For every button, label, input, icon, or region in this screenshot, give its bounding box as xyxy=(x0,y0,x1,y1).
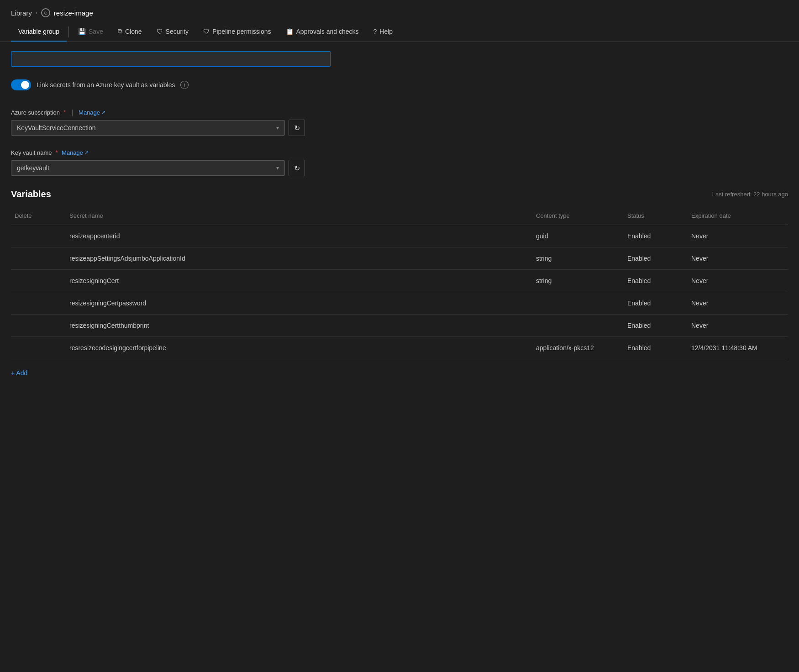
chevron-down-icon: ▾ xyxy=(276,125,279,131)
cell-secret-name-3: resizesigningCertpassword xyxy=(66,298,532,309)
cell-expiration-3: Never xyxy=(688,298,788,309)
cell-delete-1 xyxy=(11,257,66,260)
key-vault-required: * xyxy=(56,149,58,156)
col-header-secret-name: Secret name xyxy=(66,210,532,221)
key-vault-manage-link[interactable]: Manage ↗ xyxy=(62,149,89,156)
breadcrumb-current-page: resize-image xyxy=(54,9,93,17)
cell-delete-4 xyxy=(11,324,66,327)
azure-subscription-select[interactable]: KeyVaultServiceConnection ▾ xyxy=(11,120,285,136)
save-icon: 💾 xyxy=(78,28,86,35)
pipeline-permissions-label: Pipeline permissions xyxy=(212,28,271,35)
variables-header: Variables Last refreshed: 22 hours ago xyxy=(11,189,788,200)
external-link-icon: ↗ xyxy=(101,110,105,116)
tab-variable-group[interactable]: Variable group xyxy=(11,22,67,42)
separator: | xyxy=(71,109,73,116)
tab-pipeline-permissions[interactable]: 🛡 Pipeline permissions xyxy=(196,22,278,42)
add-variable-button[interactable]: + Add xyxy=(11,365,27,381)
azure-subscription-required: * xyxy=(63,109,66,116)
breadcrumb: Library › ⊙ resize-image xyxy=(0,0,799,22)
cell-status-5: Enabled xyxy=(624,342,688,353)
azure-subscription-value: KeyVaultServiceConnection xyxy=(17,124,96,131)
toolbar-divider-1 xyxy=(68,26,69,37)
search-bar-row xyxy=(11,51,788,67)
cell-secret-name-4: resizesigningCertthumbprint xyxy=(66,320,532,331)
azure-subscription-label: Azure subscription xyxy=(11,109,60,116)
library-icon: ⊙ xyxy=(41,8,50,17)
cell-content-type-5: application/x-pkcs12 xyxy=(532,342,624,353)
cell-expiration-1: Never xyxy=(688,253,788,264)
cell-content-type-4 xyxy=(532,324,624,327)
key-vault-chevron-down-icon: ▾ xyxy=(276,165,279,171)
cell-content-type-2: string xyxy=(532,275,624,286)
key-vault-value: getkeyvault xyxy=(17,164,49,172)
key-vault-refresh-button[interactable]: ↻ xyxy=(289,160,305,176)
table-row: resizeappcenterid guid Enabled Never xyxy=(11,225,788,247)
azure-subscription-manage-link[interactable]: Manage ↗ xyxy=(79,109,105,116)
variable-group-label: Variable group xyxy=(18,28,59,35)
col-header-delete: Delete xyxy=(11,210,66,221)
col-header-content-type: Content type xyxy=(532,210,624,221)
cell-secret-name-2: resizesigningCert xyxy=(66,275,532,286)
clone-icon: ⧉ xyxy=(118,27,122,35)
cell-delete-2 xyxy=(11,279,66,283)
cell-secret-name-1: resizeappSettingsAdsjumboApplicationId xyxy=(66,253,532,264)
key-vault-external-link-icon: ↗ xyxy=(84,150,89,156)
azure-subscription-label-row: Azure subscription * | Manage ↗ xyxy=(11,109,788,116)
cell-content-type-0: guid xyxy=(532,231,624,242)
variables-table: Delete Secret name Content type Status E… xyxy=(11,207,788,359)
cell-status-4: Enabled xyxy=(624,320,688,331)
security-label: Security xyxy=(166,28,189,35)
tab-help[interactable]: ? Help xyxy=(366,22,400,42)
info-icon[interactable]: i xyxy=(180,81,189,89)
cell-expiration-4: Never xyxy=(688,320,788,331)
table-header: Delete Secret name Content type Status E… xyxy=(11,207,788,225)
cell-status-2: Enabled xyxy=(624,275,688,286)
add-label: + Add xyxy=(11,369,27,377)
key-vault-label: Key vault name xyxy=(11,149,52,156)
cell-secret-name-5: resresizecodesigingcertforpipeline xyxy=(66,342,532,353)
cell-delete-0 xyxy=(11,234,66,238)
cell-secret-name-0: resizeappcenterid xyxy=(66,231,532,242)
azure-subscription-refresh-button[interactable]: ↻ xyxy=(289,120,305,136)
last-refreshed: Last refreshed: 22 hours ago xyxy=(712,191,788,198)
breadcrumb-separator: › xyxy=(36,10,37,16)
col-header-status: Status xyxy=(624,210,688,221)
help-icon: ? xyxy=(373,28,377,35)
save-label: Save xyxy=(89,28,103,35)
key-vault-label-row: Key vault name * Manage ↗ xyxy=(11,149,788,156)
cell-status-3: Enabled xyxy=(624,298,688,309)
col-header-expiration-date: Expiration date xyxy=(688,210,788,221)
azure-subscription-section: Azure subscription * | Manage ↗ KeyVault… xyxy=(11,109,788,136)
approvals-checks-icon: 📋 xyxy=(286,28,294,35)
table-row: resresizecodesigingcertforpipeline appli… xyxy=(11,337,788,359)
breadcrumb-library[interactable]: Library xyxy=(11,9,32,17)
table-row: resizeappSettingsAdsjumboApplicationId s… xyxy=(11,247,788,270)
tab-save[interactable]: 💾 Save xyxy=(71,22,110,42)
toggle-row: Link secrets from an Azure key vault as … xyxy=(11,76,788,94)
cell-delete-3 xyxy=(11,301,66,305)
cell-content-type-1: string xyxy=(532,253,624,264)
azure-subscription-input-row: KeyVaultServiceConnection ▾ ↻ xyxy=(11,120,788,136)
approvals-checks-label: Approvals and checks xyxy=(296,28,359,35)
key-vault-input-row: getkeyvault ▾ ↻ xyxy=(11,160,788,176)
tab-clone[interactable]: ⧉ Clone xyxy=(110,22,149,42)
table-row: resizesigningCertthumbprint Enabled Neve… xyxy=(11,315,788,337)
tab-security[interactable]: 🛡 Security xyxy=(149,22,196,42)
tab-approvals-checks[interactable]: 📋 Approvals and checks xyxy=(279,22,366,42)
key-vault-section: Key vault name * Manage ↗ getkeyvault ▾ … xyxy=(11,149,788,176)
pipeline-permissions-icon: 🛡 xyxy=(203,28,210,35)
key-vault-select[interactable]: getkeyvault ▾ xyxy=(11,160,285,176)
cell-status-1: Enabled xyxy=(624,253,688,264)
toolbar: Variable group 💾 Save ⧉ Clone 🛡 Security… xyxy=(0,22,799,42)
clone-label: Clone xyxy=(125,28,142,35)
table-row: resizesigningCert string Enabled Never xyxy=(11,270,788,292)
help-label: Help xyxy=(379,28,393,35)
cell-status-0: Enabled xyxy=(624,231,688,242)
toggle-label: Link secrets from an Azure key vault as … xyxy=(37,81,175,89)
table-row: resizesigningCertpassword Enabled Never xyxy=(11,292,788,315)
cell-delete-5 xyxy=(11,346,66,350)
keyvault-toggle[interactable] xyxy=(11,79,31,90)
search-input[interactable] xyxy=(11,51,331,67)
cell-expiration-2: Never xyxy=(688,275,788,286)
main-content: Link secrets from an Azure key vault as … xyxy=(0,42,799,390)
